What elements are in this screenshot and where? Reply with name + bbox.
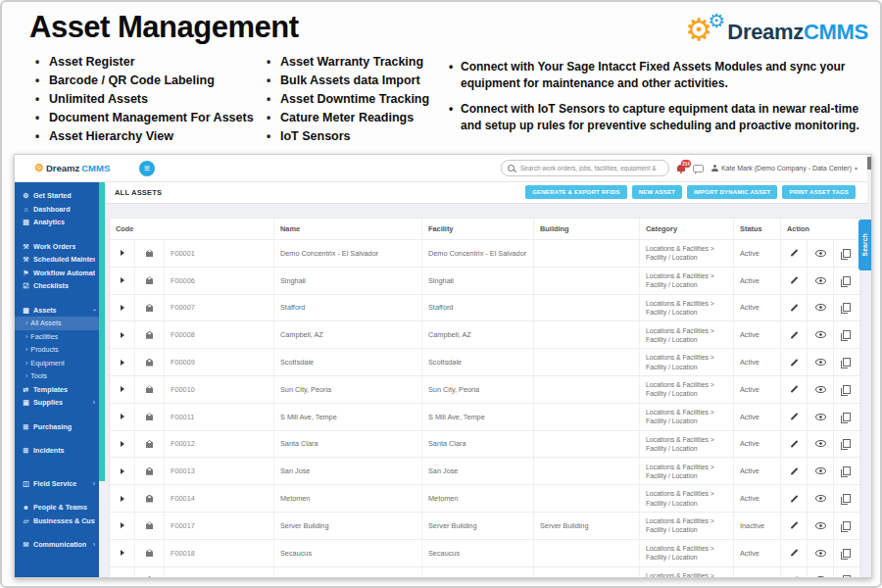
copy-icon[interactable] <box>843 276 851 285</box>
sidebar-item-products[interactable]: ›Products <box>15 343 99 357</box>
tag-icon[interactable] <box>146 549 153 557</box>
view-icon[interactable] <box>815 331 826 338</box>
tag-icon[interactable] <box>146 249 153 257</box>
messages-button chat-icon[interactable] <box>693 165 704 172</box>
sidebar-item-dashboard[interactable]: ⌂Dashboard <box>15 203 99 217</box>
expand-row-icon[interactable] <box>121 360 124 366</box>
user-menu[interactable]: Kate Mark (Demo Company - Data Center) ▾ <box>711 165 858 172</box>
sidebar-item-businesses-customers[interactable]: ▱Businesses & Customers <box>15 514 99 528</box>
column-header-status[interactable]: Status <box>734 219 781 239</box>
expand-row-icon[interactable] <box>121 386 124 392</box>
table-row[interactable]: F00008 Campbell, AZ Campbell, AZ Locatio… <box>110 321 860 349</box>
tag-icon[interactable] <box>146 276 153 284</box>
copy-icon[interactable] <box>843 385 851 394</box>
expand-row-icon[interactable] <box>121 332 124 338</box>
sidebar-item-work-orders[interactable]: ⚒Work Orders <box>15 240 99 254</box>
table-row[interactable]: F00011 S Mill Ave, Tempe S Mill Ave, Tem… <box>110 404 860 431</box>
view-icon[interactable] <box>815 304 826 311</box>
generate-export-rfids-button[interactable]: GENERATE & EXPORT RFIDS <box>525 185 627 199</box>
expand-row-icon[interactable] <box>121 441 124 447</box>
column-header-category[interactable]: Category <box>640 219 734 239</box>
column-header-name[interactable]: Name <box>274 219 422 239</box>
copy-icon[interactable] <box>843 358 851 367</box>
new-asset-button[interactable]: NEW ASSET <box>632 185 682 199</box>
expand-row-icon[interactable] <box>121 250 124 256</box>
edit-icon[interactable] <box>790 276 798 284</box>
expand-row-icon[interactable] <box>121 468 124 474</box>
table-row[interactable]: F00006 Singhali Singhali Locations & Fac… <box>110 268 860 295</box>
view-icon[interactable] <box>815 386 826 393</box>
sidebar-item-workflow-automation[interactable]: ⚑Workflow Automation <box>15 267 99 280</box>
sidebar-item-analytics[interactable]: ▤Analytics <box>15 216 99 229</box>
tag-icon[interactable] <box>146 385 153 393</box>
expand-row-icon[interactable] <box>121 414 124 419</box>
copy-icon[interactable] <box>843 521 851 530</box>
table-row[interactable]: F00013 San Jose San Jose Locations & Fac… <box>110 458 860 485</box>
table-row[interactable]: F00012 Santa Clara Santa Clara Locations… <box>110 431 860 459</box>
menu-toggle-button[interactable]: ≡ <box>139 161 155 176</box>
table-row[interactable]: F00001 Demo Concentrix - El Salvador Dem… <box>110 240 860 268</box>
notifications-button[interactable]: 214 <box>677 165 685 172</box>
expand-row-icon[interactable] <box>121 496 124 502</box>
view-icon[interactable] <box>815 277 826 284</box>
view-icon[interactable] <box>815 250 826 257</box>
view-icon[interactable] <box>815 440 826 447</box>
view-icon[interactable] <box>815 359 826 366</box>
sidebar-item-incidents[interactable]: ⊞Incidents <box>15 444 99 458</box>
copy-icon[interactable] <box>843 413 851 421</box>
tag-icon[interactable] <box>146 576 153 578</box>
import-dynamic-asset-button[interactable]: IMPORT DYNAMIC ASSET <box>687 185 777 199</box>
expand-row-icon[interactable] <box>121 277 124 283</box>
tag-icon[interactable] <box>146 521 153 529</box>
sidebar-item-supplies[interactable]: ▣Supplies› <box>15 396 99 410</box>
edit-icon[interactable] <box>790 331 798 339</box>
copy-icon[interactable] <box>843 303 851 312</box>
edit-icon[interactable] <box>790 576 798 578</box>
edit-icon[interactable] <box>790 304 798 312</box>
table-row[interactable]: F00018 Secaucus Secaucus Locations & Fac… <box>110 540 860 567</box>
tag-icon[interactable] <box>146 413 153 420</box>
tag-icon[interactable] <box>146 467 153 475</box>
print-asset-tags-button[interactable]: PRINT ASSET TAGS <box>782 185 856 199</box>
sidebar-item-equipment[interactable]: ›Equipment <box>15 357 99 370</box>
copy-icon[interactable] <box>843 466 851 475</box>
copy-icon[interactable] <box>843 330 851 339</box>
sidebar-item-people-teams[interactable]: ☻People & Teams <box>15 501 99 514</box>
edit-icon[interactable] <box>790 521 798 529</box>
edit-icon[interactable] <box>790 495 798 503</box>
tag-icon[interactable] <box>146 495 153 503</box>
search-side-tab[interactable]: Search <box>858 220 871 270</box>
view-icon[interactable] <box>815 522 826 529</box>
expand-row-icon[interactable] <box>121 577 124 578</box>
sidebar-item-assets[interactable]: ▦Assets› <box>15 304 99 318</box>
sidebar-scrollbar[interactable] <box>99 181 105 481</box>
sidebar-item-get-started[interactable]: ⚙Get Started <box>15 189 99 203</box>
view-icon[interactable] <box>815 467 826 474</box>
tag-icon[interactable] <box>146 331 153 339</box>
expand-row-icon[interactable] <box>121 522 124 528</box>
edit-icon[interactable] <box>790 549 798 557</box>
sidebar-item-scheduled-maintenance[interactable]: ⚒Scheduled Maintenance <box>15 253 99 267</box>
table-row[interactable]: F00009 Scottsdale Scottsdale Locations &… <box>110 349 860 376</box>
tag-icon[interactable] <box>146 304 153 312</box>
expand-row-icon[interactable] <box>121 305 124 311</box>
copy-icon[interactable] <box>843 494 851 503</box>
table-row[interactable]: F00010 Sun City, Peoria Sun City, Peoria… <box>110 376 860 404</box>
view-icon[interactable] <box>815 495 826 502</box>
sidebar-item-all-assets[interactable]: ›All Assets <box>15 317 99 330</box>
sidebar-item-templates[interactable]: ⇄Templates <box>15 383 99 397</box>
copy-icon[interactable] <box>843 549 851 558</box>
global-search-input[interactable] <box>518 164 662 172</box>
table-row[interactable]: F00007 Stafford Stafford Locations & Fac… <box>110 295 860 322</box>
view-icon[interactable] <box>815 414 826 420</box>
edit-icon[interactable] <box>790 440 798 448</box>
scrollbar-thumb[interactable] <box>867 157 871 170</box>
sidebar-item-tools[interactable]: ›Tools <box>15 369 99 383</box>
vertical-scrollbar[interactable] <box>867 155 871 577</box>
sidebar-item-purchasing[interactable]: ⊞Purchasing <box>15 420 99 434</box>
app-logo[interactable]: ⚙ DreamzCMMS <box>34 163 110 173</box>
column-header-facility[interactable]: Facility <box>422 219 534 239</box>
sidebar-item-facilities[interactable]: ›Facilities <box>15 330 99 344</box>
edit-icon[interactable] <box>790 413 798 420</box>
copy-icon[interactable] <box>843 439 851 448</box>
